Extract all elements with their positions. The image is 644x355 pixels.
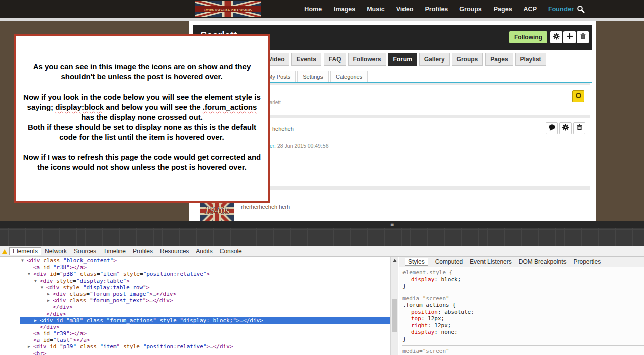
trash-icon — [580, 33, 586, 42]
devtools-panel: ElementsNetworkSourcesTimelineProfilesRe… — [0, 246, 644, 355]
expanded-arrow-icon[interactable]: ▼ — [41, 284, 46, 291]
dom-tree-row[interactable]: ▼<div id="p38" class="item" style="posit… — [0, 271, 390, 277]
sidebar-tab-event-listeners[interactable]: Event Listeners — [470, 258, 512, 265]
nav-item-profiles[interactable]: Profiles — [425, 6, 448, 13]
post-delete-button[interactable] — [573, 122, 585, 134]
forum-post-text: heheheh — [272, 126, 294, 132]
nav-item-video[interactable]: Video — [396, 6, 414, 13]
devtools-tab-sources[interactable]: Sources — [70, 247, 100, 255]
collapsed-arrow-icon[interactable]: ▶ — [47, 291, 53, 297]
devtools-tab-profiles[interactable]: Profiles — [129, 247, 156, 255]
nav-item-acp[interactable]: ACP — [524, 6, 537, 13]
search-icon[interactable] — [577, 5, 585, 13]
dom-tree-row[interactable]: <br> — [0, 350, 390, 355]
nav-item-music[interactable]: Music — [367, 6, 384, 13]
dom-tree-row[interactable]: ▼<div style="display:table"> — [0, 278, 390, 284]
nav-item-home[interactable]: Home — [304, 6, 322, 13]
expanded-arrow-icon[interactable]: ▼ — [21, 257, 27, 264]
highlighted-gear-button[interactable] — [572, 90, 584, 102]
annotation-box: As you can see in this image the icons a… — [14, 34, 270, 203]
code-ref-forum-actions: .forum_actions — [203, 103, 257, 111]
scroll-up-arrow-icon[interactable] — [393, 259, 397, 262]
media-query-label: media="screen" — [403, 348, 644, 355]
nav-item-groups[interactable]: Groups — [459, 6, 481, 13]
devtools-tab-console[interactable]: Console — [216, 247, 246, 255]
expanded-arrow-icon[interactable]: ▼ — [28, 271, 33, 277]
dom-tree-row[interactable]: </div> — [0, 304, 390, 310]
scrollbar-thumb[interactable] — [392, 299, 397, 332]
site-logo[interactable]: 1940S SOCIAL NETWORK — [195, 1, 261, 17]
nav-item-pages[interactable]: Pages — [494, 6, 512, 13]
avatar-text: 1940s — [204, 204, 229, 216]
subtab-settings[interactable]: Settings — [297, 71, 329, 82]
grid-background — [0, 228, 644, 246]
tab-pages[interactable]: Pages — [485, 53, 513, 66]
annotation-paragraph-3: Now if I was to refresh this page the co… — [22, 152, 262, 172]
tab-faq[interactable]: FAQ — [324, 53, 346, 66]
tab-gallery[interactable]: Gallery — [419, 53, 450, 66]
sidebar-tab-properties[interactable]: Properties — [573, 258, 601, 265]
post-gear-button[interactable] — [559, 122, 572, 134]
style-property[interactable]: right: 12px; — [403, 322, 644, 329]
forum-post-text: rherherheeheh herh — [241, 204, 290, 210]
devtools-tab-timeline[interactable]: Timeline — [100, 247, 129, 255]
dom-tree-row[interactable]: ▶<div class="forum_post_image">…</div> — [0, 291, 390, 297]
devtools-tab-bar: ElementsNetworkSourcesTimelineProfilesRe… — [0, 246, 644, 257]
sidebar-tab-dom-breakpoints[interactable]: DOM Breakpoints — [519, 258, 567, 265]
tab-events[interactable]: Events — [291, 53, 321, 66]
dom-tree-row[interactable]: <a id="last"></a> — [0, 337, 390, 343]
tab-groups[interactable]: Groups — [452, 53, 484, 66]
profile-delete-button[interactable] — [577, 31, 589, 43]
devtools-tab-audits[interactable]: Audits — [192, 247, 216, 255]
dom-tree-row[interactable]: ▼<div class="block_content"> — [0, 257, 390, 264]
nav-item-images[interactable]: Images — [334, 6, 355, 13]
profile-gear-button[interactable] — [550, 31, 562, 43]
devtools-body: ▼<div class="block_content"><a id="r38">… — [0, 257, 644, 355]
devtools-tab-elements[interactable]: Elements — [9, 247, 41, 255]
style-property[interactable]: display: block; — [403, 276, 644, 283]
collapsed-arrow-icon[interactable]: ▶ — [28, 343, 33, 350]
dom-tree-row[interactable]: <a id="r38"></a> — [0, 264, 390, 271]
collapsed-arrow-icon[interactable]: ▶ — [34, 317, 40, 324]
drag-handle-icon[interactable]: ≡ — [390, 221, 394, 228]
devtools-tab-resources[interactable]: Resources — [156, 247, 192, 255]
profile-add-button[interactable] — [564, 31, 576, 43]
dom-tree-row[interactable]: ▼<div style="display:table-row"> — [0, 284, 390, 291]
devtools-tab-network[interactable]: Network — [41, 247, 70, 255]
dom-tree-row[interactable]: ▶<div class="forum_post_text">…</div> — [0, 297, 390, 304]
tab-forum[interactable]: Forum — [388, 53, 417, 66]
tab-playlist[interactable]: Playlist — [515, 53, 546, 66]
sidebar-tab-styles[interactable]: Styles — [405, 258, 428, 266]
nav-item-founder[interactable]: Founder — [548, 6, 574, 13]
elements-scrollbar[interactable] — [390, 257, 398, 355]
styles-sidebar-tabs: StylesComputedEvent ListenersDOM Breakpo… — [399, 257, 644, 267]
gear-icon — [553, 33, 560, 42]
style-rule-section: element.style {display: block;} — [403, 267, 644, 293]
style-selector[interactable]: element.style { — [403, 269, 644, 276]
comment-button[interactable] — [546, 122, 558, 134]
plus-icon — [566, 33, 573, 42]
dom-tree-row[interactable]: ▶<div id="m38" class="forum_actions" sty… — [20, 317, 390, 324]
style-selector[interactable]: .forum_actions { — [403, 302, 644, 309]
trash-icon — [576, 124, 583, 133]
style-property[interactable]: position: absolute; — [403, 309, 644, 316]
window-divider[interactable]: ≡ — [0, 221, 644, 228]
dom-tree-row[interactable]: </div> — [0, 311, 390, 317]
following-button[interactable]: Following — [509, 31, 547, 43]
collapsed-arrow-icon[interactable]: ▶ — [47, 297, 53, 304]
dom-tree-row[interactable]: </div> — [0, 324, 390, 330]
tab-followers[interactable]: Followers — [348, 53, 386, 66]
style-rule-section: media="screen"* {-webkit-font-smoothing:… — [403, 346, 644, 355]
screen: 1940S SOCIAL NETWORK HomeImagesMusicVide… — [0, 0, 644, 355]
subtab-categories[interactable]: Categories — [330, 71, 368, 82]
dom-tree-row[interactable]: <a id="r39"></a> — [0, 330, 390, 337]
expanded-arrow-icon[interactable]: ▼ — [34, 278, 40, 284]
dom-tree-row[interactable]: ▶<div id="p39" class="item" style="posit… — [0, 343, 390, 350]
style-property[interactable]: display: none; — [403, 329, 644, 336]
warning-icon[interactable] — [2, 249, 7, 254]
site-top-bar: 1940S SOCIAL NETWORK HomeImagesMusicVide… — [0, 0, 644, 18]
sidebar-tab-computed[interactable]: Computed — [435, 258, 463, 265]
style-property[interactable]: top: 12px; — [403, 315, 644, 322]
top-nav: HomeImagesMusicVideoProfilesGroupsPagesA… — [304, 0, 574, 18]
ring-icon — [575, 92, 582, 101]
